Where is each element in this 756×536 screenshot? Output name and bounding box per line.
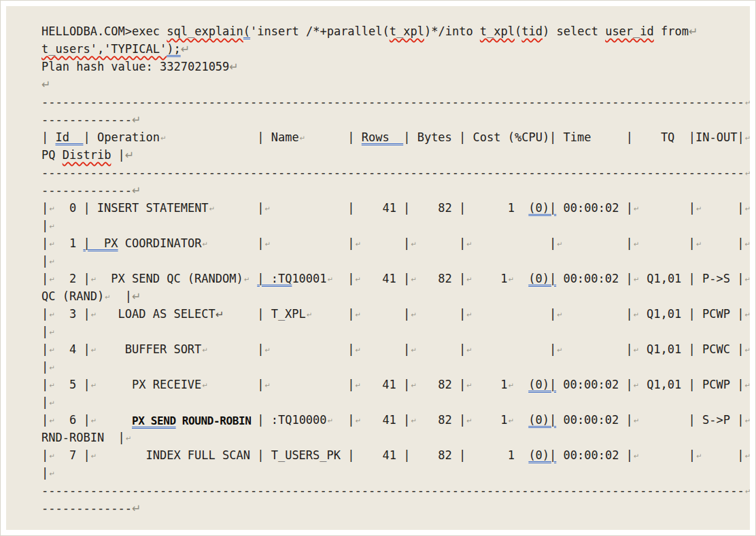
paragraph-mark-icon: ↵ [181,43,190,56]
linebreak-mark-icon: ↵ [104,289,111,306]
linebreak-mark-icon: ↵ [354,377,361,395]
highlighted-operation: PX SEND ROUND-ROBIN [132,412,257,430]
linebreak-mark-icon: ↵ [90,342,97,359]
paragraph-mark-icon: ↵ [229,60,238,73]
grammar-flagged-text: (0)| [528,413,556,427]
text-run: | [41,342,48,356]
linebreak-mark-icon: ↵ [48,324,55,342]
text-run: RND-ROBIN | [41,431,125,444]
divider-line-top: ----------------------------------------… [41,93,750,111]
text-run: | [472,307,556,321]
linebreak-mark-icon: ↵ [48,465,55,483]
linebreak-mark-icon: ↵ [354,342,361,359]
text-run: | [41,201,48,215]
text-run: | [306,130,362,144]
text-run: 82 | [417,378,466,391]
text-run: 41 | [362,272,411,285]
text-run: | [417,307,466,321]
linebreak-mark-icon: ↵ [410,306,417,324]
linebreak-mark-icon: ↵ [466,342,472,359]
linebreak-mark-icon: ↵ [90,448,97,465]
text-run: HELLODBA.COM>exec [41,24,167,38]
text-run: | [41,254,48,268]
grammar-flagged-text: Rows [362,130,403,144]
linebreak-mark-icon: ↵ [243,271,250,289]
linebreak-mark-icon: ↵ [48,359,55,377]
text-run: | [362,307,411,321]
terminal-output: HELLODBA.COM>exec sql_explain('insert /*… [41,22,750,517]
spellcheck-flagged-text: t_xpl [390,24,424,38]
text-run: | [702,448,744,462]
text-run: | S->P | [640,413,744,427]
text-run: Plan hash value: 3327021059 [41,60,229,73]
text-run: PX RECEIVE [97,378,202,391]
plan-hash-line: Plan hash value: 3327021059↵ [41,58,750,75]
paragraph-mark-icon: ↵ [132,184,141,197]
text-run: | [216,201,264,215]
text-run: | [640,236,695,250]
plan-row-5-wrap: |↵ [41,393,750,411]
spellcheck-flagged-text: t_xpl [480,24,515,38]
plan-row-7: |↵ 7 |↵ INDEX FULL SCAN | T_USERS_PK | 4… [41,446,750,464]
linebreak-mark-icon: ↵ [48,377,55,395]
linebreak-mark-icon: ↵ [744,130,750,147]
text-run: | [271,378,355,391]
linebreak-mark-icon: ↵ [410,342,417,359]
bold-text: ROUND-ROBIN [176,414,252,427]
text-run [515,413,528,427]
text-run: 5 | [55,378,90,391]
linebreak-mark-icon: ↵ [508,412,515,430]
text-run: | [41,395,48,409]
linebreak-mark-icon: ↵ [744,200,750,218]
linebreak-mark-icon: ↵ [48,236,55,253]
plan-row-6: |↵ 6 |↵ PX SEND ROUND-ROBIN| :TQ10000↵ |… [41,411,750,429]
linebreak-mark-icon: ↵ [744,94,750,112]
text-run: | [271,342,355,356]
linebreak-mark-icon: ↵ [264,377,271,395]
text-run: ( [515,24,521,38]
text-run: | [417,236,466,250]
linebreak-mark-icon: ↵ [556,236,563,253]
plan-row-7-wrap: |↵ [41,464,750,482]
linebreak-mark-icon: ↵ [48,306,55,324]
linebreak-mark-icon: ↵ [633,271,640,289]
linebreak-mark-icon: ↵ [48,395,55,412]
linebreak-mark-icon: ↵ [327,412,334,430]
paragraph-mark-icon: ↵ [216,306,222,323]
text-run: | [209,378,264,391]
linebreak-mark-icon: ↵ [744,377,750,395]
paragraph-mark-icon: ↵ [132,290,141,303]
linebreak-mark-icon: ↵ [744,412,750,430]
text-run: | [640,448,695,462]
text-run: | Operation [83,130,160,144]
plan-row-0: |↵ 0 | INSERT STATEMENT↵ |↵ | 41 | 82 | … [41,199,750,217]
linebreak-mark-icon: ↵ [125,430,132,448]
linebreak-mark-icon: ↵ [695,448,702,465]
text-run: PX SEND QC (RANDOM) [97,272,243,285]
text-run: | [41,378,48,391]
text-run: | [334,272,355,285]
text-run [515,272,528,285]
plan-row-2-wrap: QC (RAND)↵ |↵ [41,287,750,305]
text-run: | [41,219,48,232]
text-run: COORDINATOR [118,236,202,250]
text-run: 1 [472,272,507,285]
linebreak-mark-icon: ↵ [306,306,313,324]
plan-row-2: |↵ 2 |↵ PX SEND QC (RANDOM)↵ | :TQ10001↵… [41,270,750,287]
text-run: INDEX FULL SCAN | T_USERS_PK | 41 | 82 |… [97,448,529,462]
grammar-flagged-text: (0)| [528,201,556,215]
grammar-flagged-text: ( [243,24,250,38]
text-run: | :TQ10000 [257,413,326,427]
divider-dashes: ------------- [41,501,132,515]
linebreak-mark-icon: ↵ [633,236,640,253]
spellcheck-flagged-text: Distrib [63,148,111,162]
grammar-flagged-text: (0)| [528,448,556,462]
linebreak-mark-icon: ↵ [466,412,472,430]
paragraph-mark-icon: ↵ [689,25,698,38]
plan-row-4-wrap: |↵ [41,358,750,376]
text-run: | [472,342,556,356]
linebreak-mark-icon: ↵ [48,271,55,289]
document-page: HELLODBA.COM>exec sql_explain('insert /*… [0,0,756,536]
text-run: 0 | INSERT STATEMENT [55,201,208,215]
text-run: 00:00:02 | [556,448,633,462]
